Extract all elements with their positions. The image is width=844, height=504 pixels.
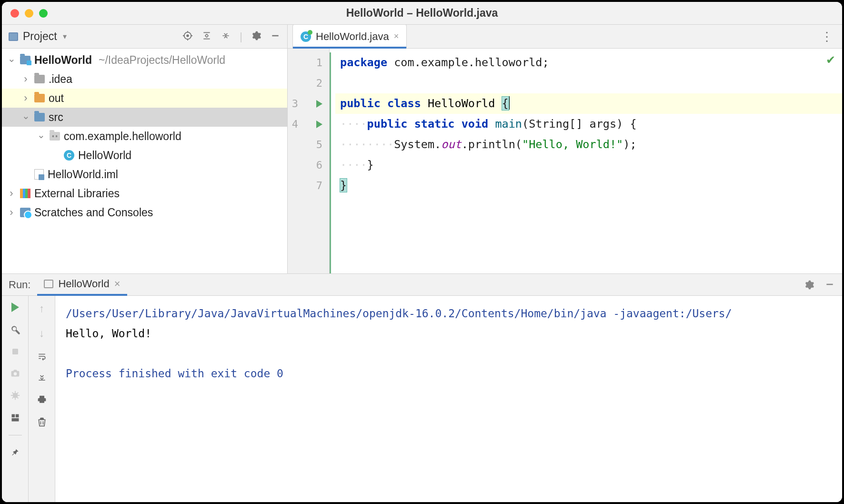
svg-rect-5 — [15, 414, 19, 418]
run-left-toolbar — [2, 296, 29, 502]
tab-options-icon[interactable]: ⋮ — [821, 29, 834, 44]
code-token: System. — [394, 138, 441, 151]
chevron-down-icon[interactable] — [21, 111, 30, 123]
tree-item-label: HelloWorld — [78, 149, 134, 162]
gear-icon[interactable] — [804, 280, 814, 290]
tree-item-label: HelloWorld — [34, 54, 95, 67]
code-scroll[interactable]: ✔ package com.example.helloworld;public … — [330, 49, 842, 273]
code-token: public static void — [367, 117, 489, 131]
project-tree[interactable]: HelloWorld ~/IdeaProjects/HelloWorld .id… — [2, 49, 287, 273]
project-view-dropdown-icon[interactable]: ▾ — [63, 32, 67, 41]
chevron-right-icon[interactable] — [21, 73, 30, 85]
inspection-ok-icon[interactable]: ✔ — [826, 53, 835, 67]
run-label: Run: — [9, 279, 30, 291]
line-number: 1 — [312, 57, 322, 69]
chevron-right-icon[interactable] — [21, 92, 30, 104]
line-number: 2 — [312, 77, 322, 89]
tree-item-label: External Libraries — [34, 187, 122, 200]
scroll-up-icon[interactable]: ↑ — [39, 302, 44, 315]
camera-icon[interactable] — [10, 368, 20, 378]
expand-all-icon[interactable] — [201, 30, 212, 41]
code-token: package — [340, 56, 387, 69]
trash-icon[interactable] — [37, 417, 47, 427]
main-area: Project ▾ | HelloWorld ~/IdeaProjects/He… — [2, 25, 842, 273]
code-token: } — [367, 158, 374, 171]
svg-point-1 — [187, 35, 189, 37]
wrench-icon[interactable] — [10, 324, 20, 335]
close-tab-icon[interactable]: × — [394, 31, 399, 41]
pin-icon[interactable] — [10, 448, 20, 458]
gear-icon[interactable] — [251, 30, 261, 41]
tree-item-label: out — [49, 92, 67, 105]
tree-item-label: src — [49, 111, 66, 124]
iml-file-icon — [34, 169, 44, 180]
tree-item-label: .idea — [49, 73, 75, 86]
run-console[interactable]: /Users/User/Library/Java/JavaVirtualMach… — [55, 296, 842, 502]
print-icon[interactable] — [37, 395, 47, 404]
code-token: ); — [623, 138, 636, 151]
tree-root[interactable]: HelloWorld ~/IdeaProjects/HelloWorld — [2, 50, 287, 70]
svg-rect-2 — [12, 349, 18, 354]
chevron-right-icon[interactable] — [7, 206, 16, 219]
run-tab-label: HelloWorld — [58, 278, 109, 290]
tree-item-scratches[interactable]: Scratches and Consoles — [2, 203, 287, 222]
close-run-tab-icon[interactable]: × — [114, 278, 121, 290]
stop-icon[interactable] — [11, 347, 20, 356]
line-number: 7 — [312, 180, 322, 192]
line-number: 6 — [312, 159, 322, 171]
code-content[interactable]: package com.example.helloworld;public cl… — [330, 52, 842, 196]
run-header: Run: HelloWorld × — [2, 274, 842, 296]
line-number: 3 — [288, 98, 298, 110]
tree-item-label: com.example.helloworld — [64, 130, 184, 143]
tree-item-idea[interactable]: .idea — [2, 70, 287, 89]
run-body: ↑ ↓ /Users/User/Library/Java/JavaVirtual… — [2, 296, 842, 502]
tree-item-class[interactable]: C HelloWorld — [2, 146, 287, 165]
console-line: Process finished with exit code 0 — [66, 363, 832, 383]
folder-icon — [34, 75, 45, 83]
run-gutter-icon[interactable] — [316, 100, 322, 108]
tree-item-label: Scratches and Consoles — [34, 206, 156, 219]
module-folder-icon — [20, 56, 30, 64]
hide-panel-icon[interactable] — [270, 30, 281, 41]
editor-area: C HelloWorld.java × ⋮ 1 2 3 4 5 6 7 — [288, 25, 842, 273]
chevron-down-icon[interactable] — [7, 54, 16, 66]
class-icon: C — [64, 150, 74, 161]
project-view-title[interactable]: Project — [23, 30, 57, 43]
tree-item-external-libraries[interactable]: External Libraries — [2, 184, 287, 203]
tree-item-package[interactable]: com.example.helloworld — [2, 127, 287, 146]
editor-tab[interactable]: C HelloWorld.java × — [292, 24, 407, 48]
code-token: out — [441, 138, 461, 151]
run-gutter-icon[interactable] — [316, 121, 322, 128]
layout-icon[interactable] — [10, 413, 20, 423]
chevron-right-icon[interactable] — [7, 187, 16, 200]
hide-panel-icon[interactable] — [825, 280, 834, 290]
ide-window: HelloWorld – HelloWorld.java Project ▾ | — [0, 0, 844, 504]
libraries-icon — [20, 189, 30, 198]
scroll-down-icon[interactable]: ↓ — [39, 327, 44, 340]
tree-item-path: ~/IdeaProjects/HelloWorld — [99, 54, 225, 67]
collapse-all-icon[interactable] — [221, 30, 231, 41]
tree-item-iml[interactable]: HelloWorld.iml — [2, 165, 287, 184]
line-number: 5 — [312, 139, 322, 151]
code-token: } — [340, 179, 347, 192]
debug-icon[interactable] — [10, 390, 20, 401]
editor-tab-bar: C HelloWorld.java × ⋮ — [288, 25, 842, 49]
code-token: main — [488, 117, 522, 131]
code-token: HelloWorld — [421, 97, 502, 110]
tree-item-out[interactable]: out — [2, 89, 287, 108]
locate-icon[interactable] — [182, 30, 193, 41]
title-bar: HelloWorld – HelloWorld.java — [2, 2, 842, 25]
soft-wrap-icon[interactable] — [37, 352, 47, 361]
chevron-down-icon[interactable] — [36, 131, 46, 142]
project-toolbar: | — [182, 30, 281, 43]
code-token: "Hello, World!" — [522, 138, 623, 151]
scroll-to-end-icon[interactable] — [37, 373, 47, 383]
text-cursor — [509, 96, 510, 110]
source-folder-icon — [34, 113, 45, 121]
tree-item-src[interactable]: src — [2, 108, 287, 127]
rerun-icon[interactable] — [11, 302, 19, 312]
editor-gutter[interactable]: 1 2 3 4 5 6 7 — [288, 49, 330, 273]
code-editor[interactable]: 1 2 3 4 5 6 7 ✔ package com.example.hell… — [288, 49, 842, 273]
run-header-tools — [804, 280, 834, 290]
run-tab[interactable]: HelloWorld × — [37, 274, 127, 296]
